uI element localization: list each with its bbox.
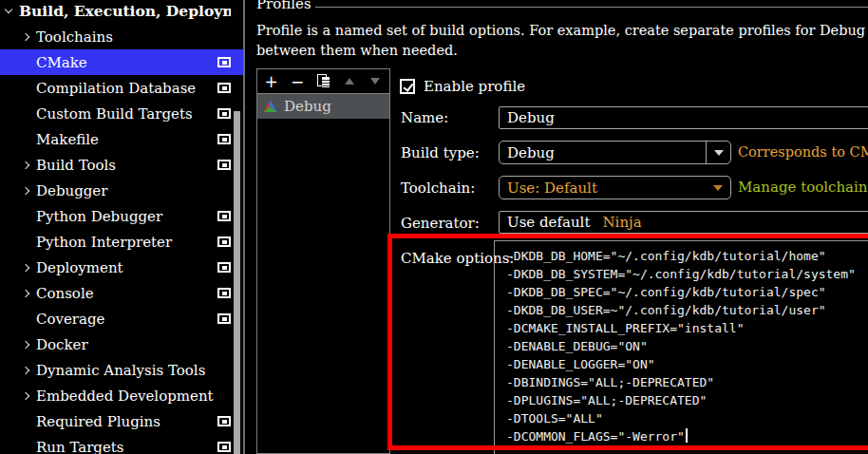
sidebar-item-label: Toolchains — [36, 28, 231, 46]
chevron-right-icon[interactable] — [22, 161, 29, 168]
cmake-option-line: -DTOOLS="ALL" — [506, 409, 868, 427]
sidebar-item-label: Python Debugger — [36, 208, 217, 225]
sidebar-item-label: Build Tools — [36, 157, 217, 174]
chevron-right-icon[interactable] — [22, 340, 29, 348]
name-value: Debug — [507, 109, 555, 126]
screen-icon — [217, 211, 231, 221]
screen-icon — [217, 262, 231, 273]
sidebar-item-label: Required Plugins — [36, 413, 217, 430]
enable-profile-checkbox-row[interactable]: Enable profile — [400, 78, 525, 95]
profiles-section-title: Profiles — [256, 0, 311, 12]
sidebar-item-console[interactable]: Console — [0, 280, 243, 306]
remove-profile-button[interactable]: − — [289, 72, 305, 91]
sidebar-item-label: Coverage — [36, 311, 217, 328]
chevron-right-icon[interactable] — [22, 391, 29, 399]
build-type-select[interactable]: Debug — [499, 141, 731, 164]
chevron-right-icon[interactable] — [22, 186, 29, 194]
sidebar-item-makefile[interactable]: Makefile — [0, 126, 243, 152]
sidebar-item-python-interpreter[interactable]: Python Interpreter — [0, 229, 243, 255]
cmake-logo-icon — [263, 100, 277, 113]
generator-field[interactable]: Use default Ninja — [499, 211, 868, 234]
copy-profile-button[interactable] — [315, 72, 331, 91]
profiles-description-line1: Profile is a named set of build options.… — [256, 21, 868, 41]
sidebar-item-build-tools[interactable]: Build Tools — [0, 152, 243, 178]
screen-icon — [217, 442, 231, 452]
cmake-option-line: -DPLUGINS="ALL;-DEPRECATED" — [506, 391, 868, 409]
generator-label: Generator: — [401, 215, 480, 232]
toolchain-select[interactable]: Use: Default — [499, 176, 731, 199]
chevron-right-icon[interactable] — [22, 32, 29, 40]
sidebar-item-label: Debugger — [36, 182, 231, 199]
text-caret — [686, 428, 688, 443]
chevron-down-icon — [713, 185, 723, 191]
cmake-option-line: -DKDB_DB_USER=~"/.config/kdb/tutorial/us… — [506, 301, 868, 319]
cmake-settings-panel: Profiles Profile is a named set of build… — [245, 0, 868, 454]
cmake-option-line: -DKDB_DB_SYSTEM="~/.config/kdb/tutorial/… — [506, 265, 868, 283]
screen-icon — [217, 236, 231, 247]
sidebar-item-label: Makefile — [36, 131, 217, 148]
profile-list-panel: + − Debug — [256, 68, 390, 454]
screen-icon — [217, 57, 231, 67]
screen-icon — [217, 108, 231, 119]
settings-sidebar: Build, Execution, Deployment Toolchains … — [0, 0, 243, 454]
chevron-right-icon[interactable] — [22, 289, 29, 296]
sidebar-item-label: Deployment — [36, 259, 217, 276]
sidebar-item-debugger[interactable]: Debugger — [0, 178, 243, 203]
sidebar-item-deployment[interactable]: Deployment — [0, 255, 243, 280]
cmake-option-line: -DCOMMON_FLAGS="-Werror" — [506, 427, 868, 445]
profile-list-item-debug[interactable]: Debug — [257, 94, 389, 119]
generator-value: Ninja — [602, 214, 641, 231]
chevron-right-icon[interactable] — [22, 263, 29, 271]
profiles-description: Profile is a named set of build options.… — [256, 21, 868, 61]
sidebar-item-custom-build-targets[interactable]: Custom Build Targets — [0, 101, 243, 126]
cmake-option-line: -DCMAKE_INSTALL_PREFIX="install" — [506, 319, 868, 337]
copy-icon — [317, 74, 330, 88]
chevron-down-icon[interactable] — [5, 6, 12, 13]
chevron-right-icon[interactable] — [22, 366, 29, 373]
add-profile-button[interactable]: + — [263, 72, 279, 91]
toolchain-value: Use: Default — [507, 180, 597, 197]
cmake-option-line: -DKDB_DB_HOME="~/.config/kdb/tutorial/ho… — [506, 247, 868, 265]
build-type-value: Debug — [507, 144, 555, 161]
sidebar-item-toolchains[interactable]: Toolchains — [0, 24, 243, 49]
sidebar-item-label: Embedded Development — [36, 388, 231, 405]
name-label: Name: — [401, 109, 448, 126]
sidebar-item-cmake[interactable]: CMake — [0, 49, 243, 75]
screen-icon — [217, 83, 231, 93]
cmake-options-textarea[interactable]: -DKDB_DB_HOME="~/.config/kdb/tutorial/ho… — [494, 240, 868, 454]
sidebar-item-compilation-database[interactable]: Compilation Database — [0, 75, 243, 101]
arrow-down-icon — [370, 78, 380, 85]
sidebar-item-label: Python Interpreter — [36, 234, 217, 251]
cmake-option-line: -DENABLE_LOGGER="ON" — [506, 355, 868, 373]
sidebar-item-dynamic-analysis-tools[interactable]: Dynamic Analysis Tools — [0, 357, 243, 383]
screen-icon — [217, 313, 231, 324]
sidebar-item-run-targets[interactable]: Run Targets — [0, 434, 243, 454]
name-input[interactable]: Debug — [499, 106, 868, 129]
sidebar-item-embedded-development[interactable]: Embedded Development — [0, 383, 243, 408]
sidebar-scrollbar[interactable] — [234, 111, 240, 454]
generator-value-prefix: Use default — [507, 214, 590, 231]
manage-toolchains-link[interactable]: Manage toolchains... — [738, 179, 868, 196]
chevron-down-icon — [714, 150, 724, 156]
section-divider — [315, 7, 868, 8]
profile-list-toolbar: + − — [257, 69, 389, 94]
build-type-label: Build type: — [401, 144, 480, 161]
profiles-description-line2: between them when needed. — [256, 41, 868, 61]
settings-tree: Build, Execution, Deployment Toolchains … — [0, 0, 243, 454]
arrow-up-icon — [345, 78, 354, 85]
build-type-hint: Corresponds to CMAKE — [738, 144, 868, 160]
sidebar-item-required-plugins[interactable]: Required Plugins — [0, 408, 243, 434]
sidebar-item-label: CMake — [36, 54, 217, 71]
toolchain-label: Toolchain: — [401, 180, 475, 197]
sidebar-item-coverage[interactable]: Coverage — [0, 306, 243, 331]
screen-icon — [217, 416, 231, 426]
sidebar-item-build-execution-deployment[interactable]: Build, Execution, Deployment — [0, 0, 243, 24]
move-up-button[interactable] — [341, 72, 357, 91]
sidebar-item-label: Console — [36, 285, 217, 302]
sidebar-item-docker[interactable]: Docker — [0, 331, 243, 357]
sidebar-item-python-debugger[interactable]: Python Debugger — [0, 203, 243, 229]
cmake-option-line: -DBINDINGS="ALL;-DEPRECATED" — [506, 373, 868, 391]
sidebar-item-label: Dynamic Analysis Tools — [36, 362, 231, 379]
enable-profile-checkbox[interactable] — [400, 79, 415, 94]
move-down-button[interactable] — [368, 72, 384, 91]
